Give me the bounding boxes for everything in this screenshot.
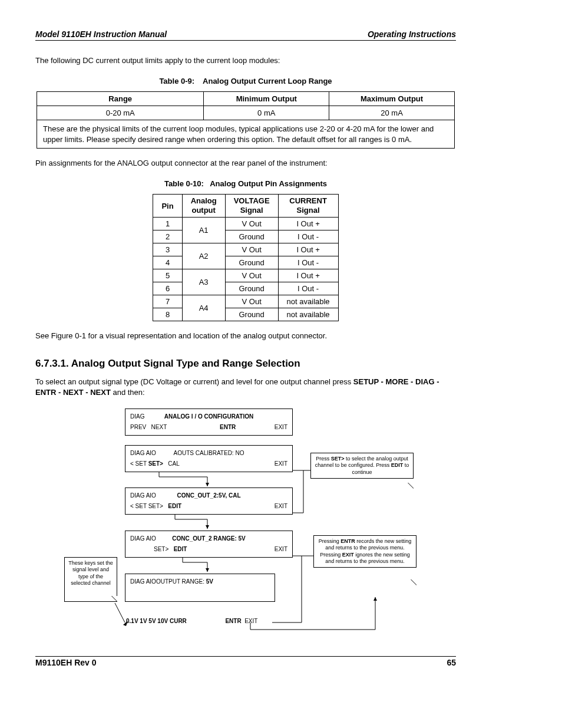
table-row: 0-20 mA 0 mA 20 mA: [37, 106, 455, 120]
table-row: Pin Analogoutput VOLTAGESignal CURRENTSi…: [153, 195, 338, 217]
table9-caption: Table 0-9: Analog Output Current Loop Ra…: [35, 77, 456, 85]
footer-left: M9110EH Rev 0: [35, 658, 97, 667]
table-row: 1A1V OutI Out +: [153, 217, 338, 230]
section-heading: 6.7.3.1. Analog Output Signal Type and R…: [35, 358, 456, 370]
table-10: Pin Analogoutput VOLTAGESignal CURRENTSi…: [153, 194, 338, 321]
header-left: Model 9110EH Instruction Manual: [35, 29, 167, 39]
table-row: 2GroundI Out -: [153, 230, 338, 243]
table-row: 4GroundI Out -: [153, 256, 338, 269]
page-header: Model 9110EH Instruction Manual Operatin…: [35, 29, 456, 41]
table-row: 8Groundnot available: [153, 308, 338, 321]
intro-1: The following DC current output limits a…: [35, 55, 456, 66]
menu-screen-1: DIAG ANALOG I / O CONFIGURATION PREV NEX…: [125, 409, 293, 436]
fold-icon: [111, 596, 117, 602]
table-row: These are the physical limits of the cur…: [37, 120, 455, 149]
fold-icon: [408, 483, 414, 489]
table-row: 3A2V OutI Out +: [153, 243, 338, 256]
connector-lines: [69, 409, 422, 638]
menu-screen-4: DIAG AIO CONC_OUT_2 RANGE: 5V SET> EDIT …: [125, 531, 293, 558]
menu-screen-3: DIAG AIO CONC_OUT_2:5V, CAL < SET SET> E…: [125, 487, 293, 515]
intro-3: See Figure 0-1 for a visual representati…: [35, 331, 456, 341]
table10-caption: Table 0-10: Analog Output Pin Assignment…: [35, 179, 456, 188]
header-right: Operating Instructions: [368, 29, 456, 39]
menu-screen-2: DIAG AIO AOUTS CALIBRATED: NO < SET SET>…: [125, 445, 293, 472]
intro-2: Pin assignments for the ANALOG output co…: [35, 158, 456, 169]
table-row: 5A3V OutI Out +: [153, 269, 338, 282]
page-footer: M9110EH Rev 0 65: [35, 656, 456, 667]
range-options: 0.1V 1V 5V 10V CURR ENTR EXIT: [126, 618, 257, 624]
table-row: Range Minimum Output Maximum Output: [37, 92, 455, 106]
footer-right: 65: [447, 658, 456, 667]
menu-flow-diagram: DIAG ANALOG I / O CONFIGURATION PREV NEX…: [69, 409, 422, 638]
callout-right-2: Pressing ENTR records the new setting an…: [313, 535, 416, 568]
table-9: Range Minimum Output Maximum Output 0-20…: [37, 91, 455, 149]
menu-screen-5: DIAG AIOOUTPUT RANGE: 5V: [125, 574, 275, 602]
callout-left: These keys set the signal level and type…: [64, 557, 117, 602]
callout-right-1: Press SET> to select the analog output c…: [310, 453, 414, 479]
section-para: To select an output signal type (DC Volt…: [35, 377, 456, 398]
fold-icon: [411, 579, 416, 585]
svg-line-18: [115, 603, 125, 622]
table-row: 6GroundI Out -: [153, 282, 338, 295]
table-row: 7A4V Outnot available: [153, 295, 338, 308]
